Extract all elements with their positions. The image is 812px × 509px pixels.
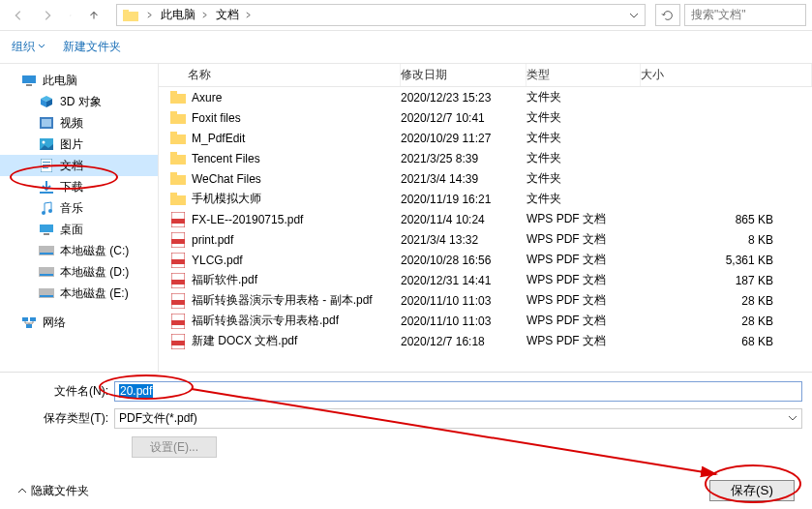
table-row[interactable]: WeChat Files2021/3/4 14:39文件夹 bbox=[159, 168, 812, 189]
file-type: 文件夹 bbox=[526, 89, 641, 105]
hide-folders-toggle[interactable]: 隐藏文件夹 bbox=[17, 483, 89, 499]
file-date: 2021/3/4 14:39 bbox=[401, 172, 526, 186]
refresh-button[interactable] bbox=[655, 4, 680, 26]
tree-disk-e[interactable]: 本地磁盘 (E:) bbox=[0, 283, 158, 304]
tree-disk-d[interactable]: 本地磁盘 (D:) bbox=[0, 261, 158, 283]
tree-music[interactable]: 音乐 bbox=[0, 197, 158, 219]
filename-input[interactable]: 20.pdf bbox=[114, 381, 802, 402]
path-dropdown-icon[interactable] bbox=[625, 11, 643, 20]
svg-rect-39 bbox=[170, 195, 186, 205]
file-date: 2020/11/10 11:03 bbox=[401, 294, 526, 308]
file-size: 28 KB bbox=[641, 294, 812, 308]
tree-videos[interactable]: 视频 bbox=[0, 112, 158, 134]
back-button[interactable] bbox=[6, 4, 31, 27]
svg-rect-25 bbox=[40, 295, 53, 297]
network-icon bbox=[21, 315, 37, 329]
tree-pictures[interactable]: 图片 bbox=[0, 134, 158, 155]
table-row[interactable]: 福昕转换器演示专用表格 - 副本.pdf2020/11/10 11:03WPS … bbox=[159, 290, 812, 311]
svg-rect-33 bbox=[170, 135, 186, 144]
svg-rect-26 bbox=[22, 317, 28, 321]
col-name-header[interactable]: 名称 bbox=[159, 64, 401, 86]
file-date: 2020/12/23 15:23 bbox=[401, 91, 526, 105]
table-row[interactable]: Axure2020/12/23 15:23文件夹 bbox=[159, 87, 812, 107]
breadcrumb[interactable]: 此电脑 文档 bbox=[116, 4, 646, 26]
file-name: FX-LE--20190715.pdf bbox=[192, 213, 303, 226]
tree-this-pc[interactable]: 此电脑 bbox=[0, 70, 158, 91]
file-type: 文件夹 bbox=[526, 170, 641, 187]
file-name: 福昕转换器演示专用表格 - 副本.pdf bbox=[192, 292, 373, 309]
nav-tree: 此电脑 3D 对象 视频 图片 文档 下载 音乐 桌面 本地磁盘 (C:) 本地… bbox=[0, 64, 159, 372]
svg-rect-15 bbox=[40, 192, 53, 194]
file-size: 8 KB bbox=[641, 233, 812, 247]
pdf-icon bbox=[170, 273, 186, 288]
tree-documents[interactable]: 文档 bbox=[0, 155, 158, 176]
svg-rect-35 bbox=[170, 155, 186, 165]
file-list-header: 名称 修改日期 类型 大小 bbox=[159, 64, 812, 87]
settings-button: 设置(E)... bbox=[132, 436, 217, 458]
col-type-header[interactable]: 类型 bbox=[526, 64, 641, 86]
new-folder-button[interactable]: 新建文件夹 bbox=[63, 39, 121, 55]
folder-icon bbox=[170, 151, 186, 166]
crumb-thispc[interactable]: 此电脑 bbox=[157, 5, 212, 25]
file-type: WPS PDF 文档 bbox=[526, 231, 641, 248]
svg-point-16 bbox=[42, 211, 45, 215]
organize-menu[interactable]: 组织 bbox=[12, 39, 45, 55]
file-type: WPS PDF 文档 bbox=[526, 272, 641, 288]
folder-icon bbox=[119, 5, 142, 25]
table-row[interactable]: print.pdf2021/3/4 13:32WPS PDF 文档8 KB bbox=[159, 229, 812, 250]
tree-network[interactable]: 网络 bbox=[0, 312, 158, 333]
music-icon bbox=[39, 201, 54, 215]
file-size: 68 KB bbox=[641, 335, 812, 348]
up-button[interactable] bbox=[81, 4, 106, 27]
svg-rect-34 bbox=[170, 132, 177, 135]
filetype-dropdown[interactable]: PDF文件(*.pdf) bbox=[114, 408, 802, 429]
svg-rect-23 bbox=[40, 274, 53, 276]
col-size-header[interactable]: 大小 bbox=[641, 64, 812, 86]
svg-rect-38 bbox=[170, 172, 177, 176]
file-size: 5,361 KB bbox=[641, 254, 812, 267]
svg-rect-18 bbox=[40, 225, 53, 232]
svg-rect-50 bbox=[171, 300, 185, 305]
image-icon bbox=[39, 137, 54, 151]
svg-rect-48 bbox=[171, 280, 185, 284]
file-size: 187 KB bbox=[641, 274, 812, 287]
file-date: 2020/12/31 14:41 bbox=[401, 274, 526, 287]
table-row[interactable]: YLCG.pdf2020/10/28 16:56WPS PDF 文档5,361 … bbox=[159, 250, 812, 270]
file-name: YLCG.pdf bbox=[192, 254, 243, 267]
file-date: 2020/12/7 16:18 bbox=[401, 335, 526, 348]
history-dropdown[interactable] bbox=[64, 4, 77, 27]
nav-toolbar: 此电脑 文档 搜索"文档" bbox=[0, 0, 812, 31]
tree-downloads[interactable]: 下载 bbox=[0, 176, 158, 197]
search-input[interactable]: 搜索"文档" bbox=[684, 4, 806, 26]
svg-rect-31 bbox=[170, 114, 186, 124]
tree-disk-c[interactable]: 本地磁盘 (C:) bbox=[0, 240, 158, 261]
crumb-documents[interactable]: 文档 bbox=[212, 5, 256, 25]
svg-rect-27 bbox=[30, 317, 36, 321]
table-row[interactable]: Foxit files2020/12/7 10:41文件夹 bbox=[159, 107, 812, 128]
file-name: Foxit files bbox=[192, 111, 241, 125]
organize-toolbar: 组织 新建文件夹 bbox=[0, 31, 812, 64]
table-row[interactable]: 手机模拟大师2020/11/19 16:21文件夹 bbox=[159, 189, 812, 209]
file-name: 福昕转换器演示专用表格.pdf bbox=[192, 313, 339, 329]
pdf-icon bbox=[170, 334, 186, 349]
film-icon bbox=[39, 116, 54, 130]
chevron-up-icon bbox=[17, 486, 27, 495]
table-row[interactable]: Tencent Files2021/3/25 8:39文件夹 bbox=[159, 148, 812, 168]
table-row[interactable]: M_PdfEdit2020/10/29 11:27文件夹 bbox=[159, 128, 812, 148]
svg-rect-36 bbox=[170, 152, 177, 156]
table-row[interactable]: 新建 DOCX 文档.pdf2020/12/7 16:18WPS PDF 文档6… bbox=[159, 331, 812, 351]
svg-rect-14 bbox=[43, 167, 48, 168]
file-date: 2020/10/29 11:27 bbox=[401, 132, 526, 145]
table-row[interactable]: 福昕转换器演示专用表格.pdf2020/11/10 11:03WPS PDF 文… bbox=[159, 311, 812, 331]
file-type: WPS PDF 文档 bbox=[526, 211, 641, 227]
tree-desktop[interactable]: 桌面 bbox=[0, 219, 158, 240]
svg-rect-19 bbox=[44, 233, 49, 235]
tree-3d-objects[interactable]: 3D 对象 bbox=[0, 91, 158, 112]
col-date-header[interactable]: 修改日期 bbox=[401, 64, 526, 86]
file-type: WPS PDF 文档 bbox=[526, 292, 641, 309]
forward-button[interactable] bbox=[35, 4, 60, 27]
table-row[interactable]: FX-LE--20190715.pdf2020/11/4 10:24WPS PD… bbox=[159, 209, 812, 229]
save-button[interactable]: 保存(S) bbox=[709, 480, 795, 501]
table-row[interactable]: 福昕软件.pdf2020/12/31 14:41WPS PDF 文档187 KB bbox=[159, 270, 812, 290]
svg-point-17 bbox=[48, 209, 52, 213]
